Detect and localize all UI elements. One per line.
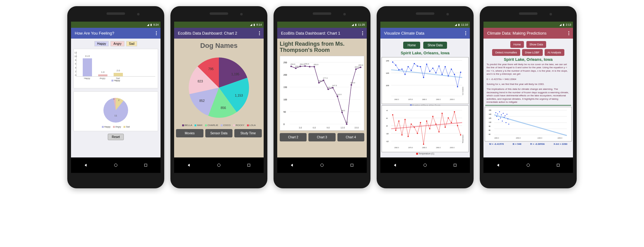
svg-text:1980.0: 1980.0 [422,147,427,149]
back-icon[interactable] [186,163,191,168]
angry-button[interactable]: Angry [111,41,124,46]
happy-button[interactable]: Happy [94,41,109,46]
svg-text:Temperature: Temperature [462,135,464,143]
battery-icon: ▮ [253,23,255,26]
svg-point-160 [499,111,500,112]
svg-text:0.0: 0.0 [345,121,348,123]
chart-4-button[interactable]: Chart 4 [337,133,364,141]
signal-icon: ◢ [455,23,457,26]
chart-2-button[interactable]: Chart 2 [280,133,307,141]
show-data-button[interactable]: Show Data [423,42,447,49]
home-icon[interactable] [216,163,221,168]
svg-text:222.0: 222.0 [355,66,360,68]
chart-title: Light Readings from Ms. Thompson's Room [278,40,366,55]
recent-icon[interactable] [349,163,354,168]
overflow-menu-icon[interactable] [362,31,363,35]
svg-text:15.0: 15.0 [354,127,359,129]
home-button[interactable]: Home [510,41,524,48]
recent-icon[interactable] [556,163,561,168]
svg-point-170 [508,124,509,125]
overflow-menu-icon[interactable] [259,31,260,35]
overflow-menu-icon[interactable] [465,31,466,35]
home-icon[interactable] [526,163,531,168]
recent-icon[interactable] [246,163,251,168]
svg-text:856: 856 [221,106,226,110]
movies-button[interactable]: Movies [176,129,203,137]
mood-buttons: Happy Angry Sad [73,41,158,46]
svg-point-27 [295,67,297,69]
svg-point-169 [508,119,508,119]
svg-text:Ice Duration: Ice Duration [462,87,464,95]
stat-m: M = -0.41578 [489,143,504,145]
svg-text:100: 100 [283,98,287,101]
svg-text:168.0: 168.0 [318,80,323,82]
svg-text:11: 11 [115,114,117,117]
svg-point-26 [291,65,292,67]
svg-rect-176 [557,164,559,166]
pie-legend: BELLA MAX CHARLIE COCO ROCKY LOLA [176,124,262,127]
content-area: Happy Angry Sad 121086420 11.0 1.0 2.0 H… [71,39,161,157]
home-button[interactable]: Home [403,42,420,49]
bar-happy: 11.0 [83,58,92,76]
svg-text:1980.0: 1980.0 [422,98,427,100]
signal-icon: ◢ [352,23,354,26]
home-icon[interactable] [320,163,324,168]
svg-point-156 [496,112,496,113]
svg-text:1960.0: 1960.0 [394,147,399,149]
draw-lobf-button[interactable]: Draw LOBF [522,49,543,56]
show-data-button[interactable]: Show Data [526,41,546,48]
stat-b: B = 948 [513,143,521,145]
back-icon[interactable] [83,163,88,168]
detect-anomalies-button[interactable]: Detect Anomalies [492,49,520,56]
svg-text:1950.0: 1950.0 [494,137,499,139]
svg-text:-8: -8 [386,125,388,127]
overflow-menu-icon[interactable] [568,31,569,35]
stats-row: M = -0.41578 B = 948 R = -0.38536 X-Int … [485,143,572,145]
home-icon[interactable] [423,163,428,168]
svg-text:155: 155 [489,109,491,111]
app-title: How Are You Feeling? [75,31,114,36]
svg-line-155 [494,115,567,136]
prediction-text-2: Solving for x, we find that the year wil… [485,83,572,86]
svg-point-163 [502,121,503,122]
chart-title: Dog Names [176,42,262,50]
svg-point-12 [217,164,220,166]
svg-point-161 [500,118,501,119]
overflow-menu-icon[interactable] [156,31,157,35]
svg-point-40 [355,68,357,70]
signal-icon: ◢ [147,23,149,26]
svg-rect-63 [351,164,353,166]
status-time: 2:13 [566,23,571,26]
study-time-button[interactable]: Study Time [234,129,262,137]
pie-chart: 11 2 1 Happy Angry Sad [73,91,158,131]
svg-text:159.0: 159.0 [350,82,355,84]
svg-point-165 [504,117,505,118]
svg-text:1990.0: 1990.0 [436,98,441,100]
back-icon[interactable] [496,163,501,168]
home-icon[interactable] [113,163,118,168]
back-icon[interactable] [290,163,295,168]
svg-text:150: 150 [283,86,287,88]
nav-bar [71,157,161,173]
sensor-data-button[interactable]: Sensor Data [205,129,233,137]
chart-title: Spirit Lake, Orleans, Iowa [485,57,572,62]
recent-icon[interactable] [453,163,458,168]
svg-text:95: 95 [489,125,491,127]
app-title: Climate Data: Making Predictions [487,31,546,36]
back-icon[interactable] [393,163,398,168]
reset-button[interactable]: Reset [108,134,124,140]
chart-3-button[interactable]: Chart 3 [308,133,335,141]
svg-text:112.0: 112.0 [337,94,342,95]
svg-text:147.0: 147.0 [332,85,337,86]
svg-text:2000.0: 2000.0 [450,147,455,149]
ai-analysis-button[interactable]: AI Analysis [545,49,564,56]
svg-text:0: 0 [283,123,285,125]
sad-button[interactable]: Sad [126,41,137,46]
ice-cover-chart: 140120100 1960.01970.01980.01990.02000.0… [382,57,469,104]
svg-text:795: 795 [208,67,214,71]
svg-point-4 [114,164,117,166]
svg-point-35 [332,87,334,88]
recent-icon[interactable] [143,163,148,168]
svg-point-168 [507,114,508,115]
svg-text:-10: -10 [386,133,389,135]
